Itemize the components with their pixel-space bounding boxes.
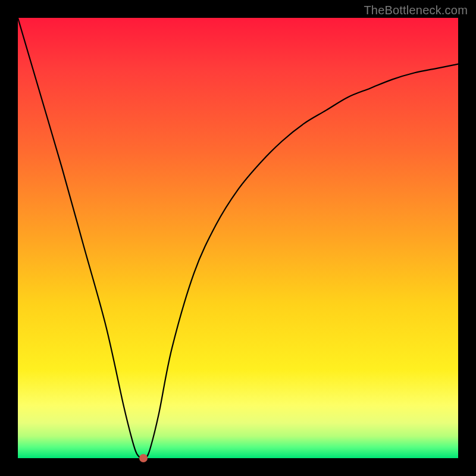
watermark-text: TheBottleneck.com bbox=[364, 4, 468, 17]
plot-area bbox=[18, 18, 458, 458]
optimum-marker-icon bbox=[139, 454, 148, 462]
bottleneck-curve bbox=[18, 18, 458, 459]
curve-layer bbox=[18, 18, 458, 458]
chart-frame: TheBottleneck.com bbox=[0, 0, 476, 476]
